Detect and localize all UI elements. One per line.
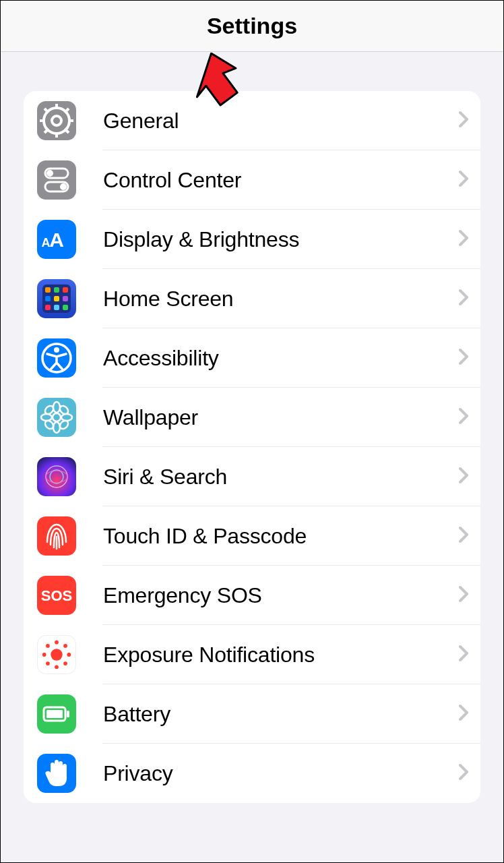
chevron-right-icon: [459, 349, 470, 367]
chevron-right-icon: [459, 289, 470, 308]
chevron-right-icon: [459, 527, 470, 545]
settings-section: GeneralControl CenterDisplay & Brightnes…: [24, 91, 480, 803]
row-label: Battery: [103, 702, 459, 727]
chevron-right-icon: [459, 764, 470, 783]
battery-icon: [37, 694, 76, 734]
toggles-icon: [37, 160, 76, 200]
fingerprint-icon: [37, 516, 76, 556]
row-label: Accessibility: [103, 346, 459, 371]
row-label: Touch ID & Passcode: [103, 524, 459, 549]
settings-row-home-screen[interactable]: Home Screen: [24, 269, 480, 328]
flower-icon: [37, 398, 76, 437]
chevron-right-icon: [459, 645, 470, 664]
chevron-right-icon: [459, 171, 470, 189]
aa-icon: [37, 220, 76, 259]
accessibility-icon: [37, 338, 76, 378]
settings-row-privacy[interactable]: Privacy: [24, 744, 480, 803]
row-label: Emergency SOS: [103, 583, 459, 608]
chevron-right-icon: [459, 705, 470, 723]
apps-grid-icon: [37, 279, 76, 318]
gear-icon: [37, 101, 76, 140]
settings-row-accessibility[interactable]: Accessibility: [24, 328, 480, 388]
row-label: Home Screen: [103, 287, 459, 311]
settings-row-wallpaper[interactable]: Wallpaper: [24, 388, 480, 447]
settings-row-display[interactable]: Display & Brightness: [24, 210, 480, 269]
chevron-right-icon: [459, 230, 470, 249]
settings-header: Settings: [1, 1, 503, 52]
settings-row-control-center[interactable]: Control Center: [24, 150, 480, 210]
row-label: Exposure Notifications: [103, 643, 459, 667]
row-label: Wallpaper: [103, 405, 459, 430]
chevron-right-icon: [459, 111, 470, 130]
row-label: Display & Brightness: [103, 227, 459, 252]
page-title: Settings: [207, 13, 297, 39]
settings-content: GeneralControl CenterDisplay & Brightnes…: [1, 52, 503, 803]
hand-icon: [37, 754, 76, 793]
siri-icon: [37, 457, 76, 496]
row-label: Control Center: [103, 168, 459, 193]
settings-row-general[interactable]: General: [24, 91, 480, 150]
row-label: Privacy: [103, 761, 459, 786]
chevron-right-icon: [459, 586, 470, 605]
row-label: General: [103, 109, 459, 133]
settings-row-exposure[interactable]: Exposure Notifications: [24, 625, 480, 684]
settings-row-touchid[interactable]: Touch ID & Passcode: [24, 506, 480, 566]
row-label: Siri & Search: [103, 465, 459, 489]
exposure-icon: [37, 635, 76, 674]
sos-icon: [37, 576, 76, 615]
settings-row-emergency-sos[interactable]: Emergency SOS: [24, 566, 480, 625]
settings-row-battery[interactable]: Battery: [24, 684, 480, 744]
chevron-right-icon: [459, 408, 470, 427]
chevron-right-icon: [459, 467, 470, 486]
settings-row-siri[interactable]: Siri & Search: [24, 447, 480, 506]
